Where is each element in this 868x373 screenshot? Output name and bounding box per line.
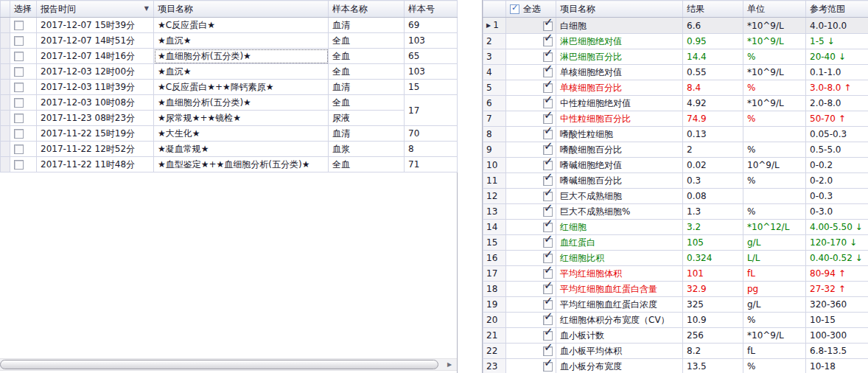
result-cell[interactable]: 101 [683,266,743,282]
ref-range-cell[interactable]: 320-360 [806,297,868,313]
ref-range-cell[interactable]: 0-0.2 [806,158,868,173]
unit-cell[interactable]: % [743,313,806,328]
select-cell[interactable] [10,64,37,80]
item-cell[interactable]: 红细胞 [556,220,683,235]
row-number-cell[interactable]: 14 [483,220,506,235]
unit-cell[interactable]: % [743,359,806,373]
unit-cell[interactable]: fL [743,344,806,359]
row-number-cell[interactable]: 23 [483,359,506,373]
unit-cell[interactable]: *10^9/L [743,65,806,80]
ref-range-cell[interactable]: 0-0.3 [806,189,868,204]
report-time-cell[interactable]: 2017-12-07 14时51分 [37,33,154,49]
sample-name-cell[interactable]: 血清 [329,18,405,33]
unit-cell[interactable]: % [743,173,806,189]
result-row[interactable]: 15 ✓ 血红蛋白 105 g/L 120-170 ↓ [483,235,868,251]
result-cell[interactable]: 32.9 [683,282,743,297]
result-cell[interactable]: 10.9 [683,313,743,328]
ref-range-cell[interactable]: 20-40 ↓ [806,49,868,65]
sample-no-cell[interactable]: 71 [405,157,458,172]
item-cell[interactable]: 巨大不成熟细胞 [556,189,683,204]
row-number-cell[interactable]: 20 [483,313,506,328]
result-cell[interactable]: 0.95 [683,34,743,49]
check-cell[interactable]: ✓ [506,189,556,204]
check-cell[interactable]: ✓ [506,142,556,158]
sample-name-cell[interactable]: 全血 [329,95,405,111]
row-number-cell[interactable]: 5 [483,80,506,96]
result-cell[interactable]: 6.6 [683,18,743,34]
item-name-cell[interactable]: ★血细胞分析(五分类)★ [154,95,329,111]
scroll-right-button[interactable]: ▶ [443,359,456,370]
row-checkbox-checked[interactable]: ✓ [543,362,553,372]
result-cell[interactable]: 0.324 [683,251,743,266]
row-number-cell[interactable]: 15 [483,235,506,251]
unit-cell[interactable]: fL [743,266,806,282]
result-row[interactable]: 20 ✓ 红细胞体积分布宽度（CV） 10.9 % 10-15 [483,313,868,328]
unit-cell[interactable]: L/L [743,251,806,266]
result-cell[interactable]: 13.5 [683,359,743,373]
ref-range-cell[interactable]: 0.1-1.0 [806,65,868,80]
report-row[interactable]: 2017-12-07 14时51分 ★血沉★ 全血 103 [1,33,458,49]
row-indicator-cell[interactable] [1,33,10,49]
item-name-cell[interactable]: ★尿常规★+★镜检★ [154,111,329,126]
report-row[interactable]: 2017-12-07 15时39分 ★C反应蛋白★ 血清 69 [1,18,458,33]
row-checkbox-checked[interactable]: ✓ [543,83,553,93]
item-cell[interactable]: 白细胞 [556,18,683,34]
item-cell[interactable]: 血红蛋白 [556,235,683,251]
report-time-cell[interactable]: 2017-11-22 12时52分 [37,142,154,157]
col-header-report-time[interactable]: 报告时间▼ [37,1,154,18]
sample-name-cell[interactable]: 全血 [329,33,405,49]
result-row[interactable]: 4 ✓ 单核细胞绝对值 0.55 *10^9/L 0.1-1.0 [483,65,868,80]
sample-no-cell[interactable]: 15 [405,80,458,95]
row-indicator-cell[interactable] [1,111,10,126]
result-row[interactable]: 11 ✓ 嗜碱细胞百分比 0.3 % 0-2.0 [483,173,868,189]
report-row[interactable]: 2017-11-22 15时19分 ★大生化★ 血清 70 [1,126,458,142]
row-number-cell[interactable]: 17 [483,266,506,282]
check-cell[interactable]: ✓ [506,18,556,34]
ref-range-cell[interactable]: 10-18 [806,359,868,373]
ref-range-cell[interactable]: 10-15 [806,313,868,328]
row-checkbox-checked[interactable]: ✓ [543,52,553,62]
row-checkbox[interactable] [14,67,24,77]
row-checkbox[interactable] [14,21,24,30]
row-number-cell[interactable]: 10 [483,158,506,173]
unit-cell[interactable]: % [743,204,806,220]
row-indicator-cell[interactable] [1,64,10,80]
row-checkbox[interactable] [14,52,24,61]
ref-range-cell[interactable]: 0.05-0.3 [806,127,868,142]
sample-no-cell[interactable]: 103 [405,64,458,80]
check-cell[interactable]: ✓ [506,328,556,344]
row-checkbox-checked[interactable]: ✓ [543,300,553,310]
row-checkbox-checked[interactable]: ✓ [543,114,553,124]
row-checkbox[interactable] [14,160,24,170]
row-checkbox[interactable] [14,129,24,139]
select-cell[interactable] [10,126,37,142]
result-row[interactable]: 5 ✓ 单核细胞百分比 8.4 % 3.0-8.0 ↑ [483,80,868,96]
result-row[interactable]: 10 ✓ 嗜碱细胞绝对值 0.02 10^9/L 0-0.2 [483,158,868,173]
result-cell[interactable]: 0.55 [683,65,743,80]
report-time-cell[interactable]: 2017-12-03 12时00分 [37,64,154,80]
row-number-cell[interactable]: 7 [483,111,506,127]
item-name-cell[interactable]: ★血型鉴定★+★血细胞分析(五分类)★ [154,157,329,172]
row-checkbox-checked[interactable]: ✓ [543,331,553,341]
item-cell[interactable]: 嗜碱细胞百分比 [556,173,683,189]
sample-name-cell[interactable]: 血清 [329,126,405,142]
unit-cell[interactable]: % [743,80,806,96]
result-row[interactable]: 7 ✓ 中性粒细胞百分比 74.9 % 50-70 ↑ [483,111,868,127]
result-row[interactable]: 18 ✓ 平均红细胞血红蛋白含量 32.9 pg 27-32 ↑ [483,282,868,297]
item-cell[interactable]: 嗜酸细胞百分比 [556,142,683,158]
result-row[interactable]: 23 ✓ 血小板分布宽度 13.5 % 10-18 [483,359,868,373]
report-time-cell[interactable]: 2017-12-07 15时39分 [37,18,154,33]
row-checkbox[interactable] [14,36,24,46]
sample-name-cell[interactable]: 全血 [329,49,405,64]
row-number-cell[interactable]: 2 [483,34,506,49]
row-number-cell[interactable]: 8 [483,127,506,142]
row-checkbox[interactable] [14,83,24,92]
unit-cell[interactable] [743,189,806,204]
check-cell[interactable]: ✓ [506,313,556,328]
row-indicator-cell[interactable] [1,80,10,95]
unit-cell[interactable]: % [743,49,806,65]
row-number-cell[interactable]: 4 [483,65,506,80]
report-row[interactable]: 2017-12-03 10时08分 ★血细胞分析(五分类)★ 全血 17 [1,95,458,111]
sample-name-cell[interactable]: 全血 [329,157,405,172]
result-row[interactable]: 3 ✓ 淋巴细胞百分比 14.4 % 20-40 ↓ [483,49,868,65]
